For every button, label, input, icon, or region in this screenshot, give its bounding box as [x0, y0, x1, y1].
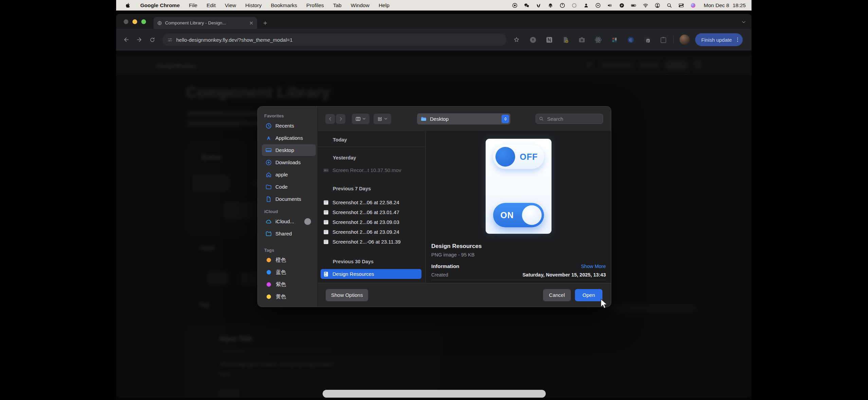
show-options-button[interactable]: Show Options: [326, 289, 368, 301]
profile-avatar[interactable]: [680, 35, 690, 45]
ext-clipboard-icon[interactable]: [659, 36, 668, 44]
person-circle-icon[interactable]: [654, 2, 661, 8]
menu-item-edit[interactable]: Edit: [206, 2, 216, 8]
menu-date: Mon Dec 8: [704, 2, 729, 8]
ext-p-icon[interactable]: p: [643, 36, 651, 44]
menu-item-history[interactable]: History: [245, 2, 261, 8]
show-more-link[interactable]: Show More: [581, 264, 606, 269]
file-row-screenshot-2-06-at-23-09-24[interactable]: Screenshot 2...06 at 23.09.24: [321, 227, 421, 237]
file-group-header: Yesterday: [333, 155, 426, 163]
hat-icon[interactable]: [547, 2, 554, 8]
file-row-screenshot-2-06-at-22-58-24[interactable]: Screenshot 2...06 at 22.58.24: [321, 197, 421, 207]
wifi-icon[interactable]: [643, 2, 649, 8]
tag-item[interactable]: 橙色: [262, 254, 316, 266]
menu-item-window[interactable]: Window: [351, 2, 369, 8]
p-badge-icon[interactable]: P: [619, 2, 625, 8]
screenshot-icon: [323, 209, 329, 216]
siri-icon[interactable]: [690, 2, 696, 8]
tag-item[interactable]: 黄色: [262, 291, 316, 303]
stop-record-icon[interactable]: [512, 2, 518, 8]
play-circle-icon[interactable]: [595, 2, 601, 8]
menu-item-help[interactable]: Help: [379, 2, 390, 8]
file-list: TodayYesterdayScreen Recor...t 10.37.50.…: [318, 131, 426, 283]
tab-close-icon[interactable]: [249, 21, 254, 25]
group-view-button[interactable]: [374, 114, 391, 124]
sidebar-item-applications[interactable]: Applications: [262, 132, 316, 144]
ext-design-grid-icon[interactable]: [610, 36, 619, 44]
wechat-icon[interactable]: [524, 2, 530, 8]
file-row-screenshot-2-06-at-23-01-47[interactable]: Screenshot 2...06 at 23.01.47: [321, 207, 421, 217]
search-input[interactable]: [546, 116, 600, 122]
ext-notion-icon[interactable]: [545, 36, 554, 44]
location-dropdown[interactable]: Desktop: [417, 113, 510, 125]
power-circle-icon[interactable]: [559, 2, 565, 8]
bookmark-star-icon[interactable]: [510, 34, 523, 46]
ext-camera-icon[interactable]: [578, 36, 586, 44]
back-icon[interactable]: [120, 34, 132, 46]
spotlight-icon[interactable]: [666, 2, 672, 8]
reload-icon[interactable]: [146, 34, 158, 46]
toolbar-divider: [673, 36, 674, 44]
control-center-icon[interactable]: [678, 2, 684, 8]
file-row-screen-recor-t-10-37-50-mov[interactable]: Screen Recor...t 10.37.50.mov: [321, 165, 421, 175]
toggle-knob: [522, 205, 542, 225]
sidebar-item-apple[interactable]: apple: [262, 169, 316, 180]
cancel-button[interactable]: Cancel: [543, 289, 571, 301]
ext-download-file-icon[interactable]: [561, 36, 570, 44]
updown-stepper-icon[interactable]: [502, 115, 509, 123]
ext-c-icon[interactable]: C: [627, 36, 635, 44]
toggle-on-graphic: ON: [493, 203, 544, 227]
battery-icon[interactable]: [631, 2, 637, 8]
sidebar-item-recents[interactable]: Recents: [262, 120, 316, 132]
ext-lock-icon[interactable]: [529, 36, 537, 44]
file-name-label: Screenshot 2...-06 at 23.11.39: [332, 239, 401, 245]
nav-forward-icon[interactable]: [336, 114, 345, 124]
close-window-button[interactable]: [124, 19, 128, 24]
sidebar-item-documents[interactable]: Documents: [262, 193, 316, 205]
leaf-icon[interactable]: [536, 2, 542, 8]
zoom-window-button[interactable]: [141, 19, 146, 24]
tag-item[interactable]: 蓝色: [262, 266, 316, 278]
info-divider: [431, 280, 606, 280]
ring-icon[interactable]: [571, 2, 577, 8]
window-controls: [124, 19, 146, 24]
ext-react-icon[interactable]: [594, 36, 602, 44]
site-settings-icon[interactable]: [167, 37, 173, 43]
menu-app-name[interactable]: Google Chrome: [140, 2, 180, 8]
column-view-button[interactable]: [352, 114, 369, 124]
browser-tab[interactable]: Component Library - Design...: [153, 17, 257, 29]
sidebar-item-shared[interactable]: Shared: [262, 228, 316, 240]
sidebar-item-desktop[interactable]: Desktop: [262, 144, 316, 156]
volume-icon[interactable]: [607, 2, 613, 8]
horizontal-scrollbar[interactable]: [323, 390, 546, 398]
tag-item[interactable]: 紫色: [262, 279, 316, 290]
sidebar-item-icloud[interactable]: iCloud...: [262, 215, 316, 227]
file-row-screenshot-2-06-at-23-11-39[interactable]: Screenshot 2...-06 at 23.11.39: [321, 237, 421, 247]
forward-icon[interactable]: [133, 34, 145, 46]
menu-clock[interactable]: Mon Dec 8 18:25: [704, 2, 746, 8]
menu-item-view[interactable]: View: [225, 2, 236, 8]
file-row-design-resources[interactable]: Design Resources: [321, 269, 421, 279]
sidebar-item-downloads[interactable]: Downloads: [262, 156, 316, 168]
file-row-screenshot-2-06-at-23-09-03[interactable]: Screenshot 2...06 at 23.09.03: [321, 217, 421, 227]
more-vert-icon[interactable]: [735, 37, 741, 43]
menu-item-bookmarks[interactable]: Bookmarks: [271, 2, 297, 8]
nav-back-icon[interactable]: [325, 114, 335, 124]
finish-update-button[interactable]: Finish update: [695, 33, 743, 46]
menu-item-profiles[interactable]: Profiles: [306, 2, 324, 8]
dialog-search-field[interactable]: [536, 114, 603, 124]
open-button[interactable]: Open: [575, 289, 602, 301]
sync-progress-circle: [304, 218, 311, 225]
person-icon[interactable]: [583, 2, 589, 8]
screenshot-icon: [323, 229, 329, 235]
address-bar[interactable]: hello-designmonkey.fly.dev/?show_theme_m…: [162, 34, 506, 46]
apple-icon[interactable]: [125, 2, 131, 8]
tab-search-chevron-icon[interactable]: [741, 20, 746, 24]
status-icons: P: [512, 2, 696, 8]
new-tab-icon[interactable]: [263, 20, 268, 26]
sidebar-item-label: Recents: [275, 123, 294, 129]
minimize-window-button[interactable]: [132, 19, 137, 24]
sidebar-item-code[interactable]: Code: [262, 181, 316, 193]
menu-item-file[interactable]: File: [189, 2, 197, 8]
menu-item-tab[interactable]: Tab: [333, 2, 342, 8]
